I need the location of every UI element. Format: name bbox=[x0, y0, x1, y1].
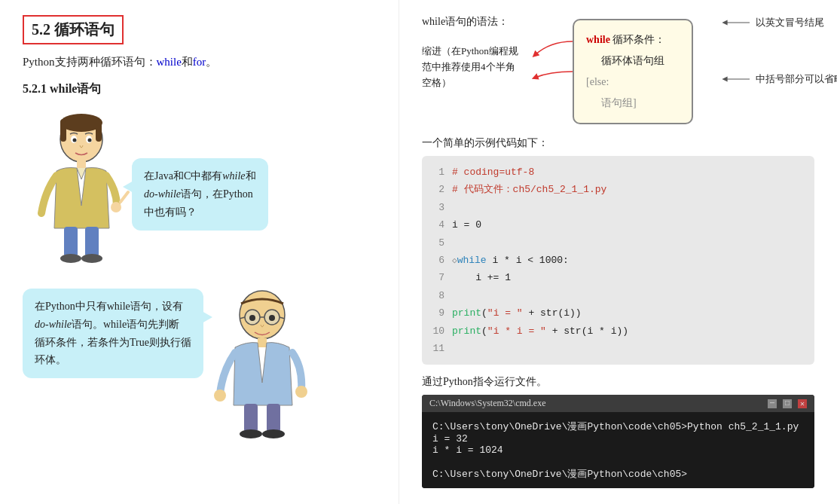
example-label: 一个简单的示例代码如下： bbox=[422, 136, 814, 150]
terminal-minimize-button[interactable]: ─ bbox=[768, 399, 777, 408]
bubble-bottom: 在Python中只有while语句，设有 do-while语句。while语句先… bbox=[23, 289, 203, 378]
terminal-titlebar: C:\Windows\System32\cmd.exe ─ □ ✕ bbox=[422, 395, 814, 412]
terminal-line-2: i = 32 bbox=[432, 433, 804, 444]
svg-rect-3 bbox=[96, 119, 102, 142]
example-label-text: 一个简单的示例代码如下： bbox=[422, 137, 548, 148]
terminal-close-button[interactable]: ✕ bbox=[798, 399, 807, 408]
code-line-5: 5 bbox=[432, 234, 804, 252]
syntax-line-1: while 循环条件： bbox=[586, 29, 680, 50]
left-panel: 5.2 循环语句 Python支持两种循环语句：while和for。 5.2.1… bbox=[0, 0, 399, 504]
right-panel: while语句的语法： 缩进（在Python编程规范中推荐使用4个半角空格） bbox=[399, 0, 837, 504]
annotation-top: 以英文冒号结尾 bbox=[756, 16, 824, 29]
code-line-1: 1 # coding=utf-8 bbox=[432, 163, 804, 181]
woman-figure bbox=[23, 108, 139, 266]
man-figure bbox=[203, 281, 320, 439]
code-line-8: 8 bbox=[432, 287, 804, 304]
comic-row-top: 在Java和C中都有while和 do-while语句，在Python 中也有吗… bbox=[23, 108, 376, 266]
code-block: 1 # coding=utf-8 2 # 代码文件：ch5/ch5_2_1_1.… bbox=[422, 156, 814, 365]
code-line-11: 11 bbox=[432, 340, 804, 357]
svg-point-22 bbox=[269, 315, 275, 321]
svg-rect-2 bbox=[60, 119, 66, 142]
svg-point-9 bbox=[111, 202, 121, 212]
svg-line-10 bbox=[121, 192, 128, 202]
svg-point-13 bbox=[60, 254, 81, 263]
syntax-box-container: while 循环条件： 循环体语句组 [else: 语句组] bbox=[573, 19, 693, 124]
right-annotations: 以英文冒号结尾 中括号部分可以省略 bbox=[721, 15, 837, 87]
terminal-line-5: C:\Users\tony\OneDrive\漫画Python\code\ch0… bbox=[432, 467, 804, 481]
comic-area: 在Java和C中都有while和 do-while语句，在Python 中也有吗… bbox=[23, 108, 376, 439]
terminal-line-4 bbox=[432, 456, 804, 467]
svg-point-28 bbox=[240, 429, 262, 438]
code-line-3: 3 bbox=[432, 199, 804, 216]
svg-point-29 bbox=[262, 429, 285, 438]
code-line-7: 7 i += 1 bbox=[432, 269, 804, 286]
svg-rect-12 bbox=[85, 227, 99, 257]
svg-point-7 bbox=[88, 139, 92, 142]
syntax-line-3: [else: bbox=[586, 72, 680, 93]
terminal-body: C:\Users\tony\OneDrive\漫画Python\code\ch0… bbox=[422, 412, 814, 488]
arrow-top-right bbox=[721, 15, 751, 30]
terminal-maximize-button[interactable]: □ bbox=[783, 399, 792, 408]
terminal-title: C:\Windows\System32\cmd.exe bbox=[429, 398, 546, 409]
terminal-line-1: C:\Users\tony\OneDrive\漫画Python\code\ch0… bbox=[432, 420, 804, 433]
terminal-controls: ─ □ ✕ bbox=[768, 399, 807, 408]
annotation-bottom: 中括号部分可以省略 bbox=[756, 72, 837, 86]
svg-point-6 bbox=[73, 139, 77, 142]
code-line-6: 6 ◇while i * i < 1000: bbox=[432, 252, 804, 269]
run-label: 通过Python指令运行文件。 bbox=[422, 375, 814, 389]
code-line-10: 10 print("i * i = " + str(i * i)) bbox=[432, 322, 804, 340]
section-label: 5.2.1 while语句 bbox=[23, 82, 101, 95]
code-line-4: 4 i = 0 bbox=[432, 216, 804, 234]
bubble-top: 在Java和C中都有while和 do-while语句，在Python 中也有吗… bbox=[132, 158, 268, 230]
comic-row-bottom: 在Python中只有while语句，设有 do-while语句。while语句先… bbox=[23, 281, 376, 439]
svg-point-21 bbox=[249, 315, 255, 321]
code-line-9: 9 print("i = " + str(i)) bbox=[432, 304, 804, 322]
intro-content: Python支持两种循环语句：while和for。 bbox=[23, 56, 217, 68]
code-line-2: 2 # 代码文件：ch5/ch5_2_1_1.py bbox=[432, 181, 804, 198]
syntax-box: while 循环条件： 循环体语句组 [else: 语句组] bbox=[573, 19, 693, 124]
svg-point-25 bbox=[295, 386, 307, 398]
section-title: 5.2.1 while语句 bbox=[23, 81, 376, 97]
svg-rect-23 bbox=[258, 338, 267, 347]
syntax-line-2: 循环体语句组 bbox=[601, 50, 680, 72]
svg-point-24 bbox=[214, 389, 226, 402]
syntax-diagram-area: while语句的语法： 缩进（在Python编程规范中推荐使用4个半角空格） bbox=[422, 15, 814, 124]
svg-rect-11 bbox=[64, 227, 78, 257]
svg-rect-27 bbox=[267, 404, 280, 432]
syntax-line-4: 语句组] bbox=[601, 93, 680, 114]
terminal: C:\Windows\System32\cmd.exe ─ □ ✕ C:\Use… bbox=[422, 395, 814, 488]
arrow-bottom-right bbox=[721, 72, 751, 87]
chapter-title: 5.2 循环语句 bbox=[23, 15, 124, 44]
arrows-svg bbox=[527, 26, 576, 87]
terminal-line-3: i * i = 1024 bbox=[432, 444, 804, 456]
intro-text: Python支持两种循环语句：while和for。 bbox=[23, 55, 376, 69]
svg-point-14 bbox=[81, 254, 102, 263]
svg-rect-26 bbox=[244, 404, 258, 432]
